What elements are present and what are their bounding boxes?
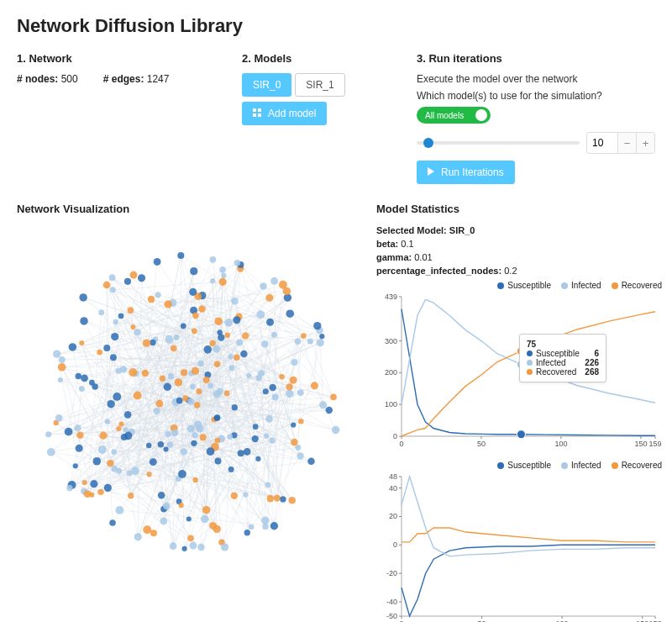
svg-point-740 bbox=[265, 294, 273, 302]
svg-point-612 bbox=[175, 378, 182, 386]
svg-point-862 bbox=[171, 345, 176, 351]
svg-point-772 bbox=[295, 339, 302, 345]
svg-point-742 bbox=[155, 400, 163, 408]
svg-point-747 bbox=[171, 430, 179, 437]
svg-point-714 bbox=[196, 424, 203, 432]
svg-point-715 bbox=[79, 293, 87, 301]
tooltip-x: 75 bbox=[527, 340, 599, 349]
svg-point-809 bbox=[236, 340, 243, 346]
svg-point-763 bbox=[255, 456, 260, 461]
svg-point-635 bbox=[158, 492, 165, 499]
chart-1[interactable]: 0100200300439050100150159 75 Susceptible… bbox=[376, 292, 662, 454]
all-models-toggle[interactable]: All models bbox=[417, 107, 491, 124]
svg-point-724 bbox=[123, 427, 128, 432]
run-button-label: Run Iterations bbox=[441, 166, 504, 178]
svg-point-843 bbox=[230, 492, 238, 499]
tab-sir0[interactable]: SIR_0 bbox=[242, 73, 291, 97]
svg-point-645 bbox=[165, 431, 171, 437]
svg-point-657 bbox=[224, 319, 233, 327]
network-graph[interactable] bbox=[17, 225, 361, 578]
svg-point-642 bbox=[218, 278, 226, 286]
svg-point-738 bbox=[286, 390, 293, 398]
grid-icon bbox=[253, 108, 265, 119]
iterations-slider[interactable] bbox=[417, 141, 580, 145]
svg-point-689 bbox=[103, 345, 110, 351]
svg-text:48: 48 bbox=[389, 472, 397, 481]
svg-point-849 bbox=[221, 543, 228, 551]
svg-point-733 bbox=[214, 317, 222, 324]
svg-point-851 bbox=[187, 398, 195, 405]
svg-point-839 bbox=[192, 432, 198, 438]
svg-point-756 bbox=[65, 428, 73, 436]
svg-point-826 bbox=[260, 282, 266, 289]
svg-point-630 bbox=[107, 460, 113, 466]
svg-point-761 bbox=[270, 522, 278, 530]
svg-point-634 bbox=[207, 382, 213, 388]
svg-point-788 bbox=[261, 340, 269, 348]
svg-point-713 bbox=[244, 448, 251, 456]
svg-point-753 bbox=[129, 271, 137, 279]
svg-point-709 bbox=[295, 445, 301, 451]
svg-line-431 bbox=[70, 435, 81, 488]
svg-point-644 bbox=[198, 305, 205, 312]
svg-point-837 bbox=[194, 402, 200, 408]
svg-point-687 bbox=[297, 452, 303, 459]
svg-point-712 bbox=[263, 388, 269, 394]
run-iterations-button[interactable]: Run Iterations bbox=[417, 161, 515, 184]
svg-point-792 bbox=[261, 516, 270, 524]
svg-point-732 bbox=[150, 340, 155, 345]
slider-thumb[interactable] bbox=[423, 138, 433, 148]
run-desc: Execute the model over the network bbox=[417, 73, 655, 85]
svg-point-653 bbox=[209, 340, 215, 346]
svg-point-770 bbox=[189, 288, 197, 296]
svg-point-767 bbox=[127, 307, 134, 314]
svg-point-831 bbox=[242, 332, 249, 339]
svg-point-716 bbox=[233, 316, 240, 324]
svg-point-744 bbox=[201, 515, 209, 524]
svg-point-722 bbox=[154, 258, 161, 266]
svg-point-848 bbox=[255, 375, 261, 381]
svg-point-805 bbox=[291, 422, 296, 427]
add-model-button[interactable]: Add model bbox=[242, 102, 327, 125]
svg-point-886 bbox=[517, 430, 525, 439]
iterations-input[interactable] bbox=[587, 134, 617, 152]
svg-point-800 bbox=[120, 366, 127, 372]
increment-button[interactable]: + bbox=[636, 133, 654, 153]
svg-point-759 bbox=[290, 377, 297, 384]
svg-point-847 bbox=[266, 319, 274, 326]
svg-point-741 bbox=[228, 354, 233, 359]
svg-point-702 bbox=[219, 266, 226, 273]
add-model-label: Add model bbox=[268, 108, 316, 119]
tab-sir1[interactable]: SIR_1 bbox=[295, 73, 344, 97]
svg-point-793 bbox=[146, 472, 151, 477]
svg-point-850 bbox=[214, 415, 220, 421]
svg-point-684 bbox=[264, 433, 269, 438]
svg-point-786 bbox=[110, 354, 117, 361]
svg-point-680 bbox=[234, 260, 240, 266]
svg-point-654 bbox=[256, 310, 265, 319]
svg-point-735 bbox=[150, 458, 157, 466]
svg-rect-1 bbox=[258, 108, 261, 112]
svg-line-519 bbox=[72, 347, 78, 377]
svg-point-608 bbox=[177, 252, 184, 259]
svg-point-648 bbox=[146, 443, 152, 449]
svg-text:100: 100 bbox=[385, 400, 397, 409]
svg-point-760 bbox=[197, 361, 203, 366]
svg-text:-20: -20 bbox=[386, 569, 397, 577]
svg-point-834 bbox=[270, 277, 278, 285]
svg-point-662 bbox=[243, 492, 248, 497]
svg-point-678 bbox=[272, 393, 279, 400]
svg-point-846 bbox=[97, 350, 102, 356]
svg-point-704 bbox=[218, 334, 224, 340]
decrement-button[interactable]: − bbox=[617, 133, 636, 153]
svg-point-841 bbox=[215, 438, 221, 444]
svg-point-641 bbox=[59, 356, 66, 363]
svg-point-812 bbox=[301, 333, 307, 339]
svg-line-64 bbox=[157, 261, 196, 315]
svg-point-823 bbox=[124, 411, 132, 419]
svg-point-811 bbox=[178, 503, 183, 508]
chart-2[interactable]: -50-40-200204048050100150158 bbox=[376, 472, 662, 622]
svg-text:-40: -40 bbox=[386, 598, 397, 606]
svg-point-628 bbox=[105, 419, 111, 424]
svg-point-782 bbox=[317, 339, 324, 346]
